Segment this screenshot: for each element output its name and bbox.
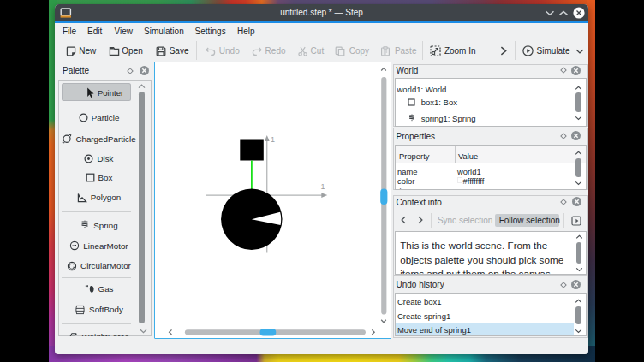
svg-text:1: 1 [320,181,325,190]
svg-text:1: 1 [271,135,275,144]
